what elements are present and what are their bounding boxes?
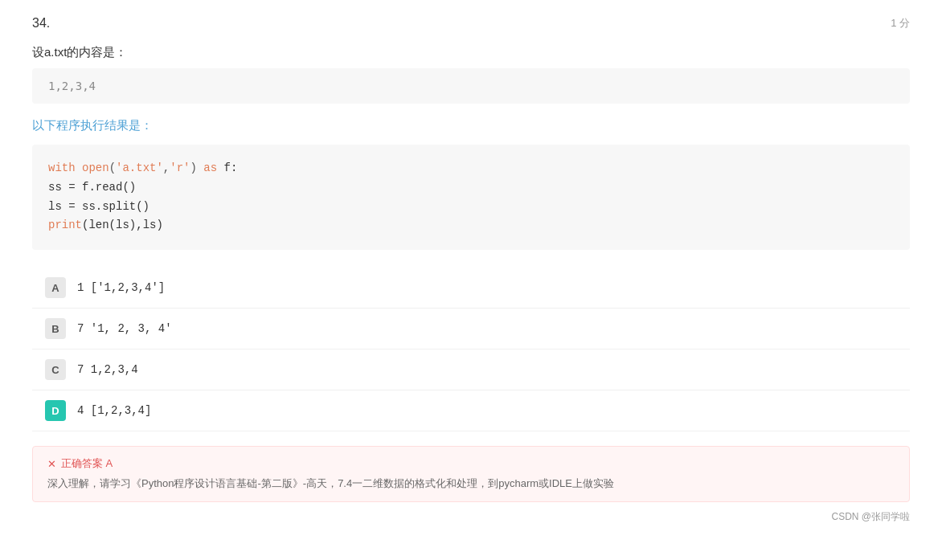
- punct-comma: ,: [163, 161, 170, 174]
- answer-box: ✕ 正确答案 A 深入理解，请学习《Python程序设计语言基础-第二版》-高天…: [32, 446, 910, 502]
- file-content-text: 1,2,3,4: [48, 80, 96, 92]
- str-mode: 'r': [170, 161, 190, 174]
- code-line-3: ls = ss.split(): [48, 198, 894, 217]
- question-container: 34. 1 分 设a.txt的内容是： 1,2,3,4 以下程序执行结果是： w…: [32, 16, 910, 524]
- code-line-1: with open('a.txt','r') as f:: [48, 159, 894, 178]
- option-b-letter: B: [45, 318, 66, 339]
- wrong-icon: ✕: [47, 458, 56, 470]
- option-a-letter: A: [45, 277, 66, 298]
- question-score: 1 分: [891, 16, 910, 31]
- answer-desc: 深入理解，请学习《Python程序设计语言基础-第二版》-高天，7.4一二维数据…: [47, 476, 895, 492]
- punct-paren: (: [109, 161, 116, 174]
- var-f: f:: [224, 161, 238, 174]
- code-line-4: print(len(ls),ls): [48, 216, 894, 235]
- str-filename: 'a.txt': [116, 161, 163, 174]
- option-b[interactable]: B 7 '1, 2, 3, 4': [32, 309, 910, 349]
- option-c-text: 7 1,2,3,4: [77, 363, 138, 376]
- code-line-2: ss = f.read(): [48, 178, 894, 198]
- code-print-args: (len(ls),ls): [82, 219, 163, 231]
- option-c-letter: C: [45, 359, 66, 380]
- code-ls-assign: ls = ss.split(): [48, 200, 149, 213]
- option-c[interactable]: C 7 1,2,3,4: [32, 349, 910, 390]
- answer-row: ✕ 正确答案 A: [47, 456, 895, 471]
- question-subtitle-row: 设a.txt的内容是：: [32, 45, 910, 60]
- kw-print: print: [48, 219, 82, 231]
- option-d[interactable]: D 4 [1,2,3,4]: [32, 390, 910, 431]
- option-d-text: 4 [1,2,3,4]: [77, 404, 151, 417]
- punct-paren-close: ): [190, 161, 203, 174]
- option-a-text: 1 ['1,2,3,4']: [77, 281, 165, 294]
- code-ss-assign: ss = f.read(): [48, 181, 136, 194]
- option-a[interactable]: A 1 ['1,2,3,4']: [32, 268, 910, 309]
- options-list: A 1 ['1,2,3,4'] B 7 '1, 2, 3, 4' C 7 1,2…: [32, 268, 910, 431]
- answer-correct-label: 正确答案 A: [61, 456, 113, 471]
- option-b-text: 7 '1, 2, 3, 4': [77, 322, 172, 335]
- question-subtitle: 设a.txt的内容是：: [32, 45, 127, 60]
- fn-open: open: [82, 161, 109, 174]
- code-block: with open('a.txt','r') as f: ss = f.read…: [32, 145, 910, 250]
- kw-as: as: [203, 161, 223, 174]
- csdn-watermark: CSDN @张同学啦: [32, 510, 910, 524]
- question-header: 34. 1 分: [32, 16, 910, 31]
- result-label: 以下程序执行结果是：: [32, 118, 910, 133]
- kw-with: with: [48, 161, 82, 174]
- question-title: 34.: [32, 16, 50, 31]
- file-content-box: 1,2,3,4: [32, 68, 910, 104]
- option-d-letter: D: [45, 400, 66, 421]
